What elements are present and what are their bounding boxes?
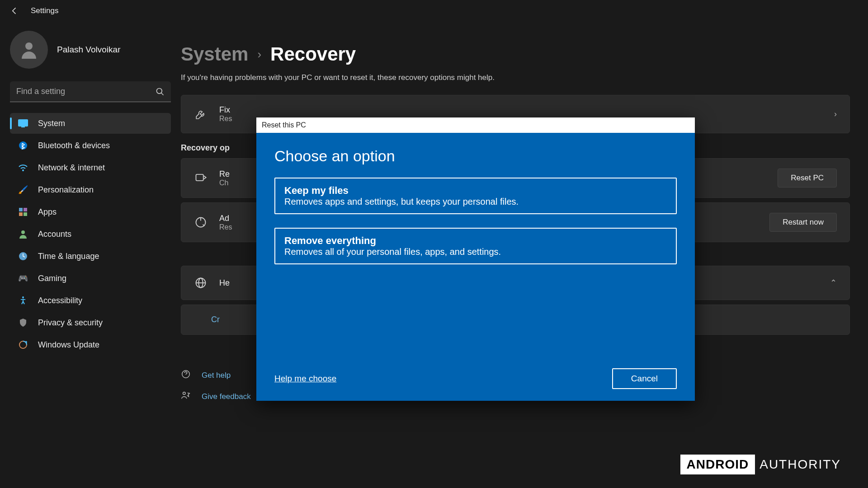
svg-rect-4 <box>21 127 25 127</box>
breadcrumb: System › Recovery <box>181 43 850 65</box>
sidebar-item-label: Personalization <box>38 185 94 195</box>
sidebar-item-update[interactable]: Windows Update <box>10 334 171 355</box>
display-icon <box>18 118 28 128</box>
sidebar-item-accounts[interactable]: Accounts <box>10 224 171 244</box>
option-title: Keep my files <box>284 185 667 197</box>
watermark: ANDROID AUTHORITY <box>680 455 841 474</box>
titlebar: Settings <box>0 0 868 22</box>
sidebar-item-personalization[interactable]: 🖌️ Personalization <box>10 179 171 200</box>
sidebar-item-label: Apps <box>38 207 57 217</box>
username: Palash Volvoikar <box>57 45 120 55</box>
sidebar-item-accessibility[interactable]: Accessibility <box>10 290 171 311</box>
wifi-icon <box>18 163 28 173</box>
svg-rect-6 <box>19 208 23 211</box>
option-title: Remove everything <box>284 235 667 247</box>
reset-pc-button[interactable]: Reset PC <box>778 169 837 188</box>
shield-icon <box>18 318 28 328</box>
reset-pc-dialog: Reset this PC Choose an option Keep my f… <box>256 117 695 401</box>
page-description: If you're having problems with your PC o… <box>181 73 850 82</box>
sidebar-item-privacy[interactable]: Privacy & security <box>10 312 171 333</box>
watermark-box: ANDROID <box>680 455 755 474</box>
chevron-right-icon: › <box>834 109 837 119</box>
option-description: Removes all of your personal files, apps… <box>284 247 667 257</box>
bluetooth-icon <box>18 141 28 150</box>
remove-everything-option[interactable]: Remove everything Removes all of your pe… <box>274 228 677 264</box>
app-title: Settings <box>31 6 58 15</box>
sidebar-item-label: Bluetooth & devices <box>38 141 110 150</box>
dialog-titlebar: Reset this PC <box>256 117 695 133</box>
back-button[interactable] <box>9 5 20 16</box>
link-label: Get help <box>202 371 231 380</box>
restart-now-button[interactable]: Restart now <box>769 213 837 232</box>
help-icon <box>181 369 192 381</box>
svg-line-2 <box>161 93 164 95</box>
option-description: Removes apps and settings, but keeps you… <box>284 197 667 207</box>
sidebar-item-network[interactable]: Network & internet <box>10 157 171 178</box>
sidebar-item-label: Accounts <box>38 230 71 239</box>
sidebar-item-label: Network & internet <box>38 163 105 173</box>
svg-point-0 <box>25 42 33 50</box>
update-icon <box>18 340 28 350</box>
link-label: Give feedback <box>202 392 251 401</box>
sidebar-item-bluetooth[interactable]: Bluetooth & devices <box>10 135 171 156</box>
sidebar-item-label: Windows Update <box>38 340 99 350</box>
search-container <box>10 81 171 102</box>
power-settings-icon <box>194 216 208 229</box>
search-input[interactable] <box>10 81 171 102</box>
reset-icon <box>194 171 208 185</box>
svg-rect-7 <box>24 208 27 211</box>
breadcrumb-current: Recovery <box>270 43 356 65</box>
gamepad-icon: 🎮 <box>18 273 28 283</box>
svg-rect-3 <box>18 119 28 127</box>
svg-rect-9 <box>24 212 27 216</box>
svg-point-10 <box>21 230 25 234</box>
brush-icon: 🖌️ <box>18 185 28 195</box>
dialog-heading: Choose an option <box>274 147 677 165</box>
chevron-right-icon: › <box>257 47 261 61</box>
breadcrumb-root[interactable]: System <box>181 43 248 65</box>
sidebar-item-label: Time & language <box>38 252 99 261</box>
svg-point-20 <box>183 392 186 395</box>
svg-rect-14 <box>196 174 203 181</box>
globe-icon <box>194 276 208 290</box>
svg-point-1 <box>157 89 162 94</box>
apps-icon <box>18 207 28 217</box>
svg-point-12 <box>22 296 24 298</box>
sidebar-item-label: System <box>38 119 65 128</box>
chevron-up-icon: ⌃ <box>830 278 837 288</box>
help-me-choose-link[interactable]: Help me choose <box>274 374 336 384</box>
person-icon <box>18 229 28 239</box>
sidebar-item-label: Gaming <box>38 274 66 283</box>
sidebar-item-label: Accessibility <box>38 296 82 305</box>
sidebar-item-system[interactable]: System <box>10 113 171 134</box>
sidebar-item-gaming[interactable]: 🎮 Gaming <box>10 268 171 289</box>
cancel-button[interactable]: Cancel <box>612 368 677 389</box>
wrench-icon <box>194 108 208 121</box>
accessibility-icon <box>18 296 28 305</box>
sidebar-item-apps[interactable]: Apps <box>10 202 171 222</box>
sidebar-item-label: Privacy & security <box>38 318 103 328</box>
avatar <box>10 31 48 69</box>
clock-icon <box>18 251 28 261</box>
feedback-icon <box>181 390 192 403</box>
watermark-text: AUTHORITY <box>760 457 841 472</box>
sidebar-item-time[interactable]: Time & language <box>10 246 171 267</box>
keep-my-files-option[interactable]: Keep my files Removes apps and settings,… <box>274 178 677 214</box>
search-icon <box>156 87 165 96</box>
svg-rect-8 <box>19 212 23 216</box>
user-profile[interactable]: Palash Volvoikar <box>10 27 171 81</box>
sidebar: Palash Volvoikar System Bluetooth & devi… <box>0 22 181 488</box>
nav: System Bluetooth & devices Network & int… <box>10 113 171 355</box>
card-title: Fix <box>219 105 822 115</box>
